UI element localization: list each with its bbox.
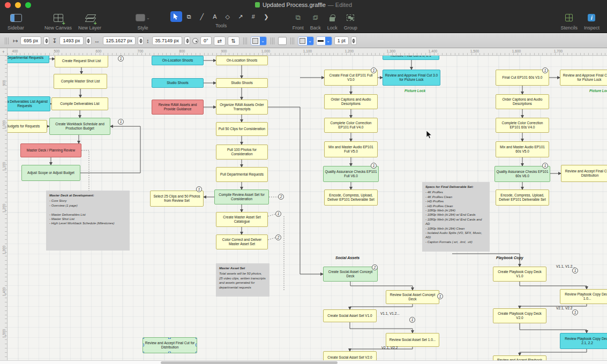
step-count-badge[interactable]: 1 bbox=[572, 268, 578, 274]
flowchart-node[interactable]: Review and Approve Final Cut 3.0 for Pic… bbox=[383, 70, 440, 86]
send-back-button[interactable]: ⧉ Back bbox=[310, 11, 321, 31]
sidebar-button[interactable]: Sidebar bbox=[8, 11, 24, 31]
step-count-badge[interactable]: 1 bbox=[542, 163, 548, 169]
connector-edge[interactable] bbox=[520, 304, 587, 308]
style-button[interactable]: ⌄ Style bbox=[136, 11, 150, 31]
flowchart-node[interactable]: Review and Accept Final Cut for Distribu… bbox=[143, 337, 197, 353]
step-count-badge[interactable]: 1 bbox=[371, 163, 377, 169]
group-button[interactable]: Group bbox=[344, 11, 357, 31]
canvas-text-label[interactable]: V1.1, V1.2... bbox=[380, 312, 400, 315]
flowchart-node[interactable]: Create Playbook Copy Deck V1.0 bbox=[493, 267, 546, 282]
selection-handle[interactable] bbox=[168, 352, 171, 353]
step-count-badge[interactable]: 1 bbox=[118, 119, 124, 125]
selection-handle[interactable] bbox=[196, 337, 197, 339]
flowchart-node[interactable]: Data Deliverables List Against Requests bbox=[8, 96, 50, 111]
line-weight-dropdown[interactable]: ⌄ bbox=[316, 36, 332, 46]
width-field[interactable]: 125.1627 px bbox=[103, 36, 136, 45]
x-position-stepper[interactable] bbox=[43, 36, 49, 45]
selection-handle[interactable] bbox=[143, 344, 144, 346]
connector-edge[interactable] bbox=[520, 349, 587, 355]
selection-handle[interactable] bbox=[168, 337, 171, 339]
step-count-badge[interactable]: 1 bbox=[196, 186, 202, 192]
flowchart-node[interactable]: Departmental Requests bbox=[8, 56, 49, 63]
flowchart-node[interactable]: Review Playbook Copy Deck 1.0... bbox=[560, 289, 607, 304]
canvas-text-label[interactable]: Picture Lock bbox=[404, 89, 425, 93]
width-stepper[interactable] bbox=[138, 36, 144, 45]
annotation-note[interactable]: Master Asset SetTotal assets will be 50 … bbox=[216, 263, 269, 297]
flowchart-node[interactable]: Quality Assurance Checks EP101 60s V6.0 bbox=[494, 166, 550, 182]
flowchart-node[interactable]: Studio Shoots bbox=[216, 78, 268, 88]
flowchart-node[interactable]: Adjust Scope or Adjust Budget bbox=[21, 165, 80, 181]
flowchart-node[interactable]: Master Deck / Planning Review bbox=[20, 143, 81, 157]
new-canvas-button[interactable]: + New Canvas bbox=[44, 11, 72, 31]
flowchart-node[interactable]: Final Cut EP101 60s V3.0 bbox=[496, 70, 549, 86]
flowchart-node[interactable]: Color Correct and Deliver Master Asset S… bbox=[216, 234, 268, 249]
line-weight-stepper[interactable] bbox=[351, 36, 357, 45]
flowchart-node[interactable]: Quality Assurance Checks EP101 Full V6.0 bbox=[323, 166, 379, 182]
flowchart-node[interactable]: Complete Color Correction EP101 Full V4.… bbox=[324, 118, 378, 133]
y-position-field[interactable]: 1493 px bbox=[59, 36, 83, 45]
height-stepper[interactable] bbox=[184, 36, 190, 45]
connector-edge[interactable] bbox=[268, 107, 323, 274]
flowchart-node[interactable]: Review Social Asset Set 1.0... bbox=[386, 333, 439, 347]
flowchart-node[interactable]: Studio Shoots bbox=[152, 78, 204, 88]
flowchart-node[interactable]: Order Captions and Audio Descriptions bbox=[496, 94, 549, 109]
more-tools-button[interactable]: ❯ bbox=[260, 11, 272, 22]
connector-tool-button[interactable]: ↗ bbox=[235, 11, 246, 22]
flowchart-node[interactable]: Compile Deliverables List bbox=[51, 97, 108, 110]
step-count-badge[interactable]: 1 bbox=[409, 317, 415, 323]
height-field[interactable]: 35.7149 px bbox=[152, 36, 183, 45]
line-tool-button[interactable]: ╱ bbox=[196, 11, 208, 22]
flowchart-node[interactable]: Encode, Compress, Upload, Deliver EP101 … bbox=[496, 189, 549, 206]
connector-edge[interactable] bbox=[350, 282, 413, 290]
inspect-button[interactable]: i Inspect bbox=[584, 11, 599, 31]
flowchart-node[interactable]: Create Social Asset Set V2.0 bbox=[323, 351, 377, 360]
step-count-badge[interactable]: 2 bbox=[372, 264, 378, 270]
flowchart-node[interactable]: Complete Color Correction EP101 60s V4.0 bbox=[496, 118, 549, 133]
canvas-text-label[interactable]: V2.1, V2.2 bbox=[381, 346, 398, 350]
flowchart-node[interactable]: Review Playbook Copy Deck 2.1, 2.2 bbox=[560, 333, 607, 349]
flowchart-node[interactable]: Review and Approve Final Cut 3.0 for Pic… bbox=[560, 70, 607, 86]
shape-style-dropdown[interactable]: ⌄ bbox=[251, 36, 267, 46]
shape-tool-button[interactable]: ⧉ bbox=[183, 11, 195, 22]
annotation-note[interactable]: Specs for Final Deliverable Set:- 4K Pro… bbox=[422, 182, 490, 252]
flowchart-node[interactable]: Create Social Asset Set V1.0 bbox=[323, 309, 377, 322]
text-tool-button[interactable]: A bbox=[209, 11, 221, 22]
flowchart-node[interactable]: Review and Accept Playbook bbox=[493, 355, 546, 360]
stroke-style-dropdown[interactable]: ⌄ bbox=[298, 36, 314, 46]
flowchart-node[interactable]: Order Captions and Audio Descriptions bbox=[324, 94, 378, 109]
flowchart-node[interactable]: Create Final Cut EP101 Full V3.0 bbox=[324, 70, 378, 86]
horizontal-scrollbar[interactable] bbox=[0, 360, 607, 364]
canvas-text-label[interactable]: V2.1, V2.2 bbox=[556, 306, 572, 310]
connector-edge[interactable] bbox=[520, 282, 587, 289]
flowchart-node[interactable]: Pull 50 Clips for Consideration bbox=[216, 122, 268, 136]
flip-horizontal-button[interactable]: ⇄ bbox=[214, 36, 226, 46]
flowchart-node[interactable]: On-Location Shoots bbox=[216, 56, 268, 65]
connector-edge[interactable] bbox=[81, 150, 89, 191]
flowchart-node[interactable]: Organize RAW Assets Order Transcripts bbox=[216, 100, 268, 115]
fill-color-well[interactable] bbox=[278, 37, 287, 45]
flowchart-node[interactable]: Create Master Asset Set Catalogue bbox=[216, 212, 268, 227]
ruler-vertical[interactable]: 9001,0001,1001,2001,3001,4001,500 bbox=[0, 56, 8, 360]
ruler-horizontal[interactable]: 4005006007008009001,0001,1001,2001,3001,… bbox=[8, 48, 607, 56]
bring-front-button[interactable]: ⧉ Front bbox=[293, 11, 304, 31]
flip-vertical-button[interactable]: ⇅ bbox=[228, 36, 239, 46]
lock-button[interactable]: Lock bbox=[327, 11, 338, 31]
rotation-field[interactable]: 0° bbox=[200, 36, 212, 45]
horizontal-scrollbar-thumb[interactable] bbox=[161, 361, 338, 364]
connector-edge[interactable] bbox=[268, 238, 275, 240]
canvas-text-label[interactable]: Social Assets bbox=[335, 256, 359, 260]
flowchart-node[interactable]: Mix and Master Audio EP101 Full V5.0 bbox=[324, 141, 378, 157]
canvas-text-label[interactable]: V1.1, V1.2... bbox=[556, 264, 575, 268]
step-count-badge[interactable]: 2 bbox=[275, 234, 281, 240]
select-tool-button[interactable] bbox=[170, 11, 182, 22]
flowchart-node[interactable]: Review RAW Assets and Provide Guidance bbox=[152, 100, 204, 115]
flowchart-node[interactable]: Create Playbook Copy Deck V2.0 bbox=[493, 308, 546, 323]
flowchart-node[interactable]: Compile Master Shot List bbox=[54, 74, 107, 89]
flowchart-node[interactable]: Create Workback Schedule and Production … bbox=[49, 118, 110, 135]
new-layer-button[interactable]: + New Layer bbox=[78, 11, 101, 31]
selection-handle[interactable] bbox=[143, 337, 144, 339]
connector-edge[interactable] bbox=[350, 322, 413, 333]
flowchart-node[interactable]: Create Social Asset Concept Deck bbox=[323, 267, 378, 282]
rotation-knob-icon[interactable] bbox=[192, 38, 198, 44]
